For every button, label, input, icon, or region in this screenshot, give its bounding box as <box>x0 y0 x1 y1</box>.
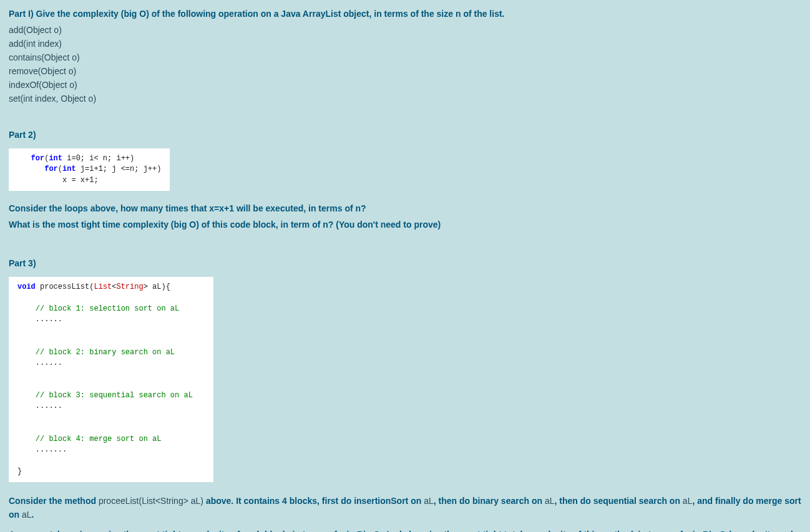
part3-question: Assume aL has size n, give the most tigh… <box>9 528 801 532</box>
part1-op: add(int index) <box>9 39 801 49</box>
code-dots: ...... <box>36 315 62 324</box>
text: Consider the method <box>9 496 99 506</box>
code-inline: aL <box>683 496 693 506</box>
text: . <box>32 510 34 520</box>
code-text: i=0; i< n; i++) <box>62 154 134 163</box>
text: has size <box>55 530 94 532</box>
part3-code-block: void processList(List<String> aL){ // bl… <box>9 277 213 482</box>
code-inline: aL <box>45 530 55 532</box>
text: Assume <box>9 530 45 532</box>
code-inline: n <box>339 530 344 532</box>
code-inline: proceeList(List<String> aL) <box>99 496 203 506</box>
part1-op: remove(Object o) <box>9 66 801 76</box>
text: in Big O. And also give the most tight t… <box>344 530 685 532</box>
code-text: aL){ <box>148 283 170 291</box>
text: , then do sequential search on <box>554 496 682 506</box>
part2-question-2: What is the most tight time complexity (… <box>9 220 801 230</box>
part3-description: Consider the method proceeList(List<Stri… <box>9 495 801 521</box>
code-inline: aL <box>22 510 32 520</box>
part2-heading: Part 2) <box>9 130 801 140</box>
comment-block-1: // block 1: selection sort on aL <box>36 304 179 313</box>
part1-op: add(Object o) <box>9 25 801 35</box>
part3-heading: Part 3) <box>9 258 801 268</box>
code-inline: n <box>94 530 99 532</box>
part1-op: contains(Object o) <box>9 52 801 62</box>
keyword-void: void <box>17 283 36 291</box>
part1-heading: Part I) Give the complexity (big O) of t… <box>9 9 801 19</box>
keyword-int: int <box>62 165 76 173</box>
text: above. It contains 4 blocks, first do in… <box>203 496 424 506</box>
code-text: > <box>144 283 148 291</box>
code-inline: aL <box>545 496 555 506</box>
part1-op: set(int index, Object o) <box>9 94 801 104</box>
part1-op: indexOf(Object o) <box>9 80 801 90</box>
part2-question-1: Consider the loops above, how many times… <box>9 203 801 213</box>
code-dots: ...... <box>36 402 62 410</box>
part2-code-block: for(int i=0; i< n; i++) for(int j=i+1; j… <box>9 148 170 191</box>
code-text: processList( <box>36 283 94 291</box>
keyword-for: for <box>44 165 58 173</box>
type-list: List <box>94 283 112 291</box>
comment-block-2: // block 2: binary search on aL <box>36 348 175 357</box>
type-string: String <box>116 283 143 291</box>
comment-block-3: // block 3: sequential search on aL <box>36 391 193 400</box>
comment-block-4: // block 4: merge sort on aL <box>36 435 162 443</box>
code-close-brace: } <box>17 467 22 476</box>
text: , then do binary search on <box>434 496 545 506</box>
code-inline: aL <box>424 496 434 506</box>
code-dots: ...... <box>36 359 62 367</box>
code-inline: n <box>685 530 690 532</box>
text: , give the most tight complexity of each… <box>99 530 339 532</box>
code-text: x = x+1; <box>62 176 99 185</box>
code-text: j=i+1; j <=n; j++) <box>76 165 162 173</box>
document-page: Part I) Give the complexity (big O) of t… <box>0 0 810 532</box>
code-dots: ....... <box>36 445 67 454</box>
keyword-int: int <box>49 154 62 163</box>
keyword-for: for <box>31 154 45 163</box>
